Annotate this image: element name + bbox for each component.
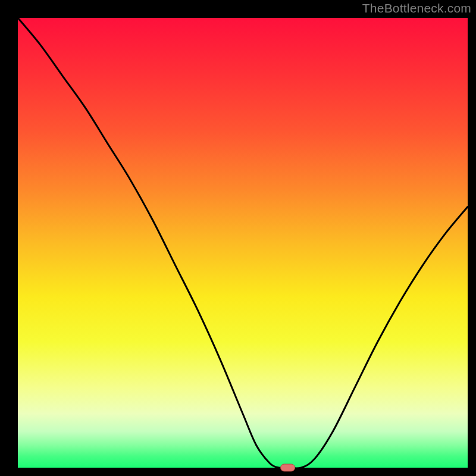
chart-container: TheBottleneck.com [0, 0, 476, 476]
plot-background [18, 18, 468, 468]
optimal-marker [281, 464, 295, 471]
watermark-label: TheBottleneck.com [362, 1, 471, 15]
bottleneck-chart [0, 0, 476, 476]
